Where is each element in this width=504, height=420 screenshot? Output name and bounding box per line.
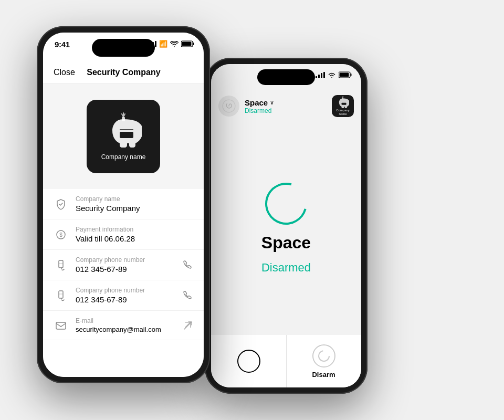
scene: 9:41 📶	[37, 26, 467, 394]
phone1-label: Company phone number	[76, 256, 174, 264]
nav-title: Security Company	[87, 68, 160, 77]
space-info: Space ∨ Disarmed	[245, 98, 327, 114]
info-item-email: E-mail securitycompany@mail.com	[43, 311, 204, 340]
close-button[interactable]: Close	[54, 68, 75, 77]
payment-label: Payment information	[76, 226, 193, 233]
company-badge: Company name	[332, 95, 354, 117]
phone2-text: Company phone number 012 345-67-89	[76, 287, 174, 304]
phone-device-icon	[54, 258, 68, 272]
phone1-text: Company phone number 012 345-67-89	[76, 256, 174, 274]
space-name-label: Space	[245, 98, 268, 107]
svg-rect-2	[182, 42, 192, 46]
right-screen: Space ∨ Disarmed	[211, 64, 361, 387]
svg-point-16	[319, 351, 329, 361]
svg-rect-15	[342, 98, 343, 99]
right-content: Space ∨ Disarmed	[211, 64, 361, 387]
right-battery-icon	[339, 71, 352, 78]
payment-text: Payment information Valid till 06.06.28	[76, 226, 193, 243]
main-status: Disarmed	[261, 261, 311, 275]
status-circle	[257, 175, 314, 232]
right-header: Space ∨ Disarmed	[211, 90, 361, 122]
wifi-icon: 📶	[159, 40, 167, 48]
coin-icon: $	[54, 227, 68, 242]
spiral-icon	[220, 97, 238, 115]
svg-rect-4	[122, 117, 125, 121]
company-name-text: Company name Security Company	[76, 195, 193, 213]
phone-device-icon-2	[54, 288, 68, 303]
svg-rect-3	[120, 132, 133, 138]
email-text: E-mail securitycompany@mail.com	[76, 317, 175, 333]
info-item-phone2: Company phone number 012 345-67-89	[43, 280, 204, 311]
dynamic-island-left	[92, 39, 155, 57]
disarm-circle-icon	[317, 349, 331, 363]
phone-right: Space ∨ Disarmed	[205, 58, 368, 394]
email-value: securitycompany@mail.com	[76, 326, 175, 333]
call-action-1[interactable]	[182, 259, 193, 271]
left-screen: 9:41 📶	[43, 33, 204, 377]
left-content: 9:41 📶	[43, 33, 204, 377]
helmet-icon	[105, 112, 142, 149]
svg-rect-8	[59, 291, 63, 298]
bottom-circle-icon-left	[237, 350, 260, 373]
svg-rect-9	[56, 322, 66, 329]
svg-rect-12	[340, 73, 349, 77]
nav-bar: Close Security Company	[43, 61, 204, 84]
company-name-label: Company name	[76, 195, 193, 203]
right-signal-icon	[316, 72, 325, 78]
bottom-action-left[interactable]	[211, 341, 286, 381]
shield-icon	[54, 197, 68, 212]
main-space-name: Space	[261, 233, 311, 253]
email-action[interactable]	[183, 320, 193, 331]
chevron-down-icon: ∨	[270, 99, 274, 106]
phone2-label: Company phone number	[76, 287, 174, 294]
phone2-value: 012 345-67-89	[76, 295, 174, 304]
badge-label: Company name	[332, 109, 354, 116]
space-avatar	[218, 96, 239, 117]
right-wifi-icon	[328, 72, 336, 78]
right-status-icons	[316, 71, 352, 78]
svg-rect-7	[59, 260, 63, 268]
info-item-payment: $ Payment information Valid till 06.06.2…	[43, 219, 204, 250]
battery-icon	[181, 40, 194, 47]
bottom-action-disarm[interactable]: Disarm	[286, 336, 361, 387]
svg-rect-14	[342, 102, 346, 104]
bottom-divider	[286, 335, 287, 387]
wifi-icon	[170, 41, 178, 47]
svg-text:$: $	[59, 232, 62, 238]
mail-icon	[54, 318, 68, 333]
info-list: Company name Security Company $	[43, 189, 204, 340]
call-action-2[interactable]	[182, 290, 193, 301]
svg-rect-1	[193, 43, 194, 45]
company-logo-section: Company name	[43, 84, 204, 189]
dynamic-island-right	[257, 69, 315, 85]
company-logo-label: Company name	[101, 153, 146, 161]
main-display: Space Disarmed	[211, 122, 361, 335]
space-status-label: Disarmed	[245, 107, 327, 114]
badge-helmet-icon	[337, 96, 349, 109]
svg-rect-11	[351, 74, 352, 76]
phone-left: 9:41 📶	[37, 26, 210, 383]
payment-value: Valid till 06.06.28	[76, 234, 193, 243]
info-item-company-name: Company name Security Company	[43, 189, 204, 219]
disarm-label: Disarm	[312, 371, 335, 379]
email-label: E-mail	[76, 317, 175, 324]
info-item-phone1: Company phone number 012 345-67-89	[43, 250, 204, 280]
space-name-row[interactable]: Space ∨	[245, 98, 327, 107]
bottom-bar: Disarm	[211, 335, 361, 387]
company-logo-box: Company name	[87, 100, 160, 173]
phone1-value: 012 345-67-89	[76, 265, 174, 274]
company-name-value: Security Company	[76, 204, 193, 213]
bottom-circle-icon-right	[312, 344, 335, 368]
time-display: 9:41	[55, 40, 70, 49]
